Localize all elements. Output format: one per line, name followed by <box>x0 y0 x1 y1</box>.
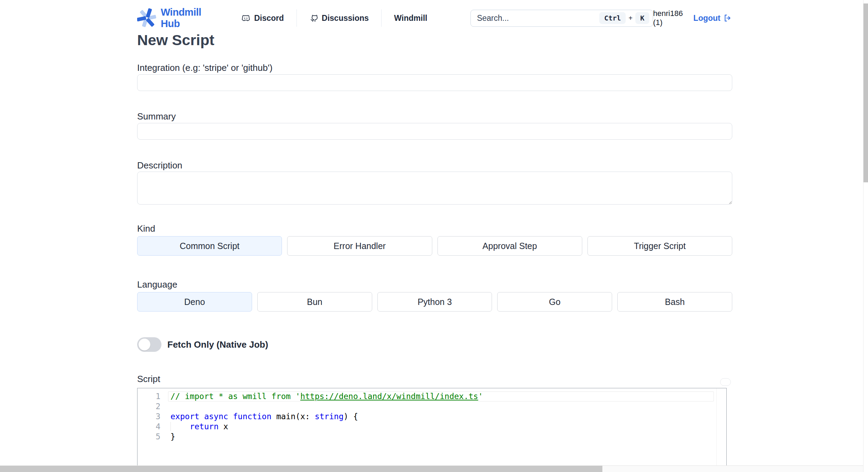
page-title: New Script <box>137 32 732 48</box>
logout-label: Logout <box>693 14 720 23</box>
user-area: henri186 (1) Logout <box>653 9 732 27</box>
code-line: export async function main(x: string) { <box>168 412 714 422</box>
kind-label: Kind <box>137 224 732 233</box>
logout-icon <box>723 14 732 23</box>
vertical-scrollbar-thumb[interactable] <box>863 3 868 182</box>
shortcut-ctrl-key: Ctrl <box>599 12 626 24</box>
windmill-hub-logo[interactable]: Windmill Hub <box>137 7 215 30</box>
code-token-plain: x <box>218 422 228 431</box>
code-token-plain: } <box>170 432 175 441</box>
editor-line[interactable]: 1// import * as wmill from 'https://deno… <box>137 391 726 401</box>
editor-scrollbar-strip[interactable] <box>716 388 726 472</box>
language-option-go[interactable]: Go <box>497 292 612 312</box>
code-token-keyword: string <box>315 412 343 421</box>
editor-line[interactable]: 2 <box>137 401 726 412</box>
code-line <box>168 401 714 412</box>
search-box[interactable]: Ctrl + K <box>470 10 653 27</box>
line-number: 5 <box>137 432 168 442</box>
nav-item-label: Discord <box>254 14 284 23</box>
kind-options: Common ScriptError HandlerApproval StepT… <box>137 236 732 256</box>
toggle-knob <box>139 339 150 350</box>
logout-link[interactable]: Logout <box>693 14 732 23</box>
language-option-bash[interactable]: Bash <box>617 292 732 312</box>
summary-label: Summary <box>137 111 732 121</box>
nav-item-label: Discussions <box>322 14 369 23</box>
language-label: Language <box>137 280 732 289</box>
code-line: // import * as wmill from 'https://deno.… <box>168 391 714 401</box>
language-option-deno[interactable]: Deno <box>137 292 252 312</box>
nav-item-label: Windmill <box>394 14 427 23</box>
code-editor[interactable]: 1// import * as wmill from 'https://deno… <box>137 388 727 472</box>
username: henri186 (1) <box>653 9 686 27</box>
github-icon <box>309 14 318 23</box>
editor-line[interactable]: 5} <box>137 432 726 442</box>
nav-item-discussions[interactable]: Discussions <box>297 14 382 23</box>
fetch-only-label: Fetch Only (Native Job) <box>167 339 268 350</box>
line-number: 4 <box>137 422 168 432</box>
summary-input[interactable] <box>137 123 732 140</box>
editor-corner-pill[interactable] <box>720 378 731 386</box>
shortcut-plus: + <box>628 14 633 22</box>
code-token-comment: // import * as wmill from ' <box>170 392 300 401</box>
line-number: 1 <box>137 391 168 401</box>
code-token-comment: ' <box>478 392 483 401</box>
code-token-keyword: export async function <box>170 412 276 421</box>
shortcut-k-key: K <box>635 12 649 24</box>
header: Windmill Hub Discord <box>137 0 732 27</box>
kind-option-error-handler[interactable]: Error Handler <box>287 236 432 256</box>
language-option-python-3[interactable]: Python 3 <box>377 292 492 312</box>
editor-line[interactable]: 3export async function main(x: string) { <box>137 412 726 422</box>
kind-option-trigger-script[interactable]: Trigger Script <box>587 236 732 256</box>
script-label: Script <box>137 374 160 384</box>
fetch-only-toggle[interactable] <box>137 337 161 352</box>
description-label: Description <box>137 160 732 170</box>
discord-icon <box>241 13 251 23</box>
integration-label: Integration (e.g: 'stripe' or 'github') <box>137 63 732 73</box>
code-token-indent <box>170 422 190 431</box>
logo-text: Windmill Hub <box>161 7 215 30</box>
code-token-comment-link: https://deno.land/x/windmill/index.ts <box>300 392 478 401</box>
nav-item-discord[interactable]: Discord <box>241 13 297 23</box>
editor-line[interactable]: 4 return x <box>137 422 726 432</box>
search-input[interactable] <box>477 14 599 23</box>
code-line: } <box>168 432 714 442</box>
windmill-logo-icon <box>137 8 157 28</box>
description-textarea[interactable] <box>137 172 732 205</box>
page: Windmill Hub Discord <box>0 0 863 472</box>
nav-item-windmill[interactable]: Windmill <box>382 14 440 23</box>
header-nav: Discord Discussions Windmill <box>241 9 440 27</box>
language-options: DenoBunPython 3GoBash <box>137 292 732 312</box>
code-token-plain: ) { <box>344 412 358 421</box>
editor-lines: 1// import * as wmill from 'https://deno… <box>137 391 726 442</box>
vertical-scrollbar[interactable] <box>863 0 868 472</box>
kind-option-common-script[interactable]: Common Script <box>137 236 282 256</box>
horizontal-scrollbar-thumb[interactable] <box>0 466 602 472</box>
code-line: return x <box>168 422 714 432</box>
language-option-bun[interactable]: Bun <box>257 292 372 312</box>
integration-input[interactable] <box>137 74 732 91</box>
kind-option-approval-step[interactable]: Approval Step <box>437 236 582 256</box>
line-number: 2 <box>137 401 168 412</box>
code-token-plain: main(x: <box>276 412 315 421</box>
horizontal-scrollbar[interactable] <box>0 465 863 472</box>
line-number: 3 <box>137 412 168 422</box>
fetch-only-row: Fetch Only (Native Job) <box>137 337 732 352</box>
code-token-keyword: return <box>190 422 218 431</box>
